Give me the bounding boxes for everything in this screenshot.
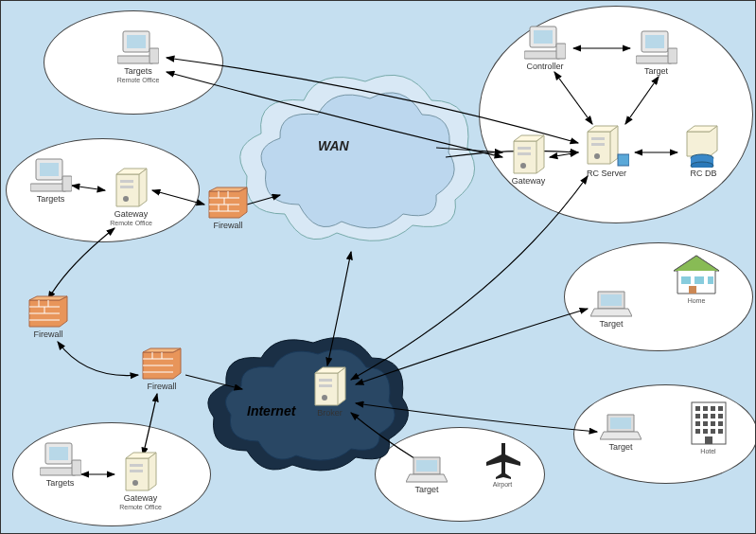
node-label: Hotel bbox=[682, 448, 734, 454]
svg-rect-77 bbox=[695, 429, 700, 434]
laptop-icon bbox=[590, 290, 632, 318]
svg-rect-58 bbox=[601, 294, 622, 306]
svg-rect-6 bbox=[30, 184, 66, 191]
server-icon bbox=[311, 365, 349, 407]
node-label: Broker bbox=[304, 409, 356, 418]
svg-rect-73 bbox=[695, 421, 700, 426]
computer-icon bbox=[117, 29, 159, 65]
svg-rect-35 bbox=[130, 470, 143, 472]
node-target-dc: Target bbox=[630, 29, 682, 77]
node-target-hotel: Target bbox=[597, 413, 644, 453]
airplane-icon bbox=[483, 441, 522, 481]
firewall-icon bbox=[207, 186, 249, 220]
node-label: RC DB bbox=[677, 169, 730, 179]
server-icon bbox=[584, 124, 629, 168]
node-label: Targets bbox=[25, 195, 77, 205]
svg-rect-7 bbox=[62, 176, 72, 191]
node-target-home: Target bbox=[588, 290, 635, 329]
node-label: Firewall bbox=[204, 222, 252, 231]
server-icon bbox=[510, 134, 548, 175]
node-hotel: Hotel bbox=[682, 399, 734, 454]
svg-rect-42 bbox=[524, 51, 560, 59]
laptop-icon bbox=[406, 455, 448, 484]
wan-label: WAN bbox=[318, 138, 349, 153]
node-sublabel: Remote Office bbox=[110, 77, 167, 83]
database-icon bbox=[683, 124, 725, 168]
svg-point-39 bbox=[322, 395, 327, 400]
svg-point-10 bbox=[123, 196, 129, 202]
svg-rect-34 bbox=[130, 464, 143, 467]
svg-rect-1 bbox=[127, 35, 146, 48]
svg-rect-32 bbox=[40, 468, 76, 475]
svg-rect-66 bbox=[703, 406, 708, 411]
node-targets-remote-3: Targets bbox=[34, 441, 86, 489]
svg-point-54 bbox=[691, 162, 713, 168]
firewall-icon bbox=[141, 347, 183, 381]
svg-rect-37 bbox=[319, 379, 332, 382]
svg-rect-79 bbox=[711, 429, 715, 434]
node-broker: Broker bbox=[304, 365, 356, 418]
node-firewall-2: Firewall bbox=[25, 294, 72, 340]
node-controller: Controller bbox=[517, 25, 573, 72]
laptop-icon bbox=[600, 413, 642, 441]
node-gateway-2: Gateway Remote Office bbox=[105, 167, 157, 226]
node-label: Target bbox=[588, 320, 635, 329]
node-label: Targets bbox=[110, 67, 167, 77]
firewall-icon bbox=[27, 294, 69, 329]
wan-cloud bbox=[233, 62, 479, 257]
svg-rect-76 bbox=[718, 421, 723, 426]
node-gateway-3: Gateway Remote Office bbox=[114, 451, 167, 510]
node-targets-remote-1: Targets Remote Office bbox=[110, 29, 167, 83]
node-label: Gateway bbox=[114, 494, 167, 504]
node-label: Targets bbox=[34, 479, 86, 489]
node-label: Target bbox=[630, 67, 682, 77]
node-sublabel: Remote Office bbox=[114, 504, 167, 510]
svg-rect-2 bbox=[117, 56, 153, 63]
svg-rect-59 bbox=[681, 276, 691, 284]
svg-rect-55 bbox=[518, 147, 531, 150]
svg-rect-48 bbox=[591, 137, 605, 140]
node-label: Target bbox=[403, 486, 450, 495]
svg-rect-49 bbox=[591, 143, 605, 146]
svg-rect-81 bbox=[705, 436, 712, 444]
node-label: Home bbox=[668, 297, 725, 304]
server-icon bbox=[122, 451, 160, 492]
svg-rect-31 bbox=[49, 447, 68, 460]
node-label: Firewall bbox=[138, 383, 185, 392]
computer-icon bbox=[636, 29, 677, 65]
svg-rect-38 bbox=[319, 384, 332, 387]
svg-rect-80 bbox=[718, 429, 723, 434]
svg-rect-51 bbox=[618, 154, 629, 166]
node-label: RC Server bbox=[578, 169, 635, 179]
node-targets-remote-2: Targets bbox=[25, 157, 77, 205]
svg-rect-5 bbox=[40, 163, 59, 176]
node-label: Airport bbox=[479, 481, 526, 488]
svg-rect-78 bbox=[703, 429, 708, 434]
svg-point-50 bbox=[594, 153, 600, 159]
svg-rect-70 bbox=[703, 414, 708, 418]
node-gateway-dc: Gateway bbox=[502, 134, 554, 187]
server-icon bbox=[113, 167, 150, 208]
svg-rect-63 bbox=[610, 418, 631, 429]
svg-rect-45 bbox=[645, 35, 664, 48]
network-diagram: WAN Internet bbox=[0, 0, 756, 534]
svg-rect-8 bbox=[120, 180, 133, 183]
svg-point-57 bbox=[520, 163, 526, 169]
svg-rect-33 bbox=[72, 460, 81, 475]
svg-rect-71 bbox=[711, 414, 715, 418]
node-sublabel: Remote Office bbox=[105, 220, 157, 226]
svg-rect-47 bbox=[668, 48, 677, 63]
node-firewall-3: Firewall bbox=[138, 347, 185, 392]
svg-rect-41 bbox=[534, 30, 553, 44]
svg-rect-69 bbox=[695, 414, 700, 418]
svg-rect-61 bbox=[708, 276, 713, 284]
node-target-airport: Target bbox=[403, 455, 450, 495]
svg-point-36 bbox=[132, 480, 138, 486]
svg-rect-3 bbox=[149, 48, 159, 63]
svg-rect-56 bbox=[518, 152, 531, 155]
node-airport: Airport bbox=[479, 441, 526, 488]
svg-rect-46 bbox=[636, 56, 672, 63]
node-label: Gateway bbox=[502, 177, 554, 187]
node-label: Gateway bbox=[105, 210, 157, 220]
svg-rect-65 bbox=[695, 406, 700, 411]
